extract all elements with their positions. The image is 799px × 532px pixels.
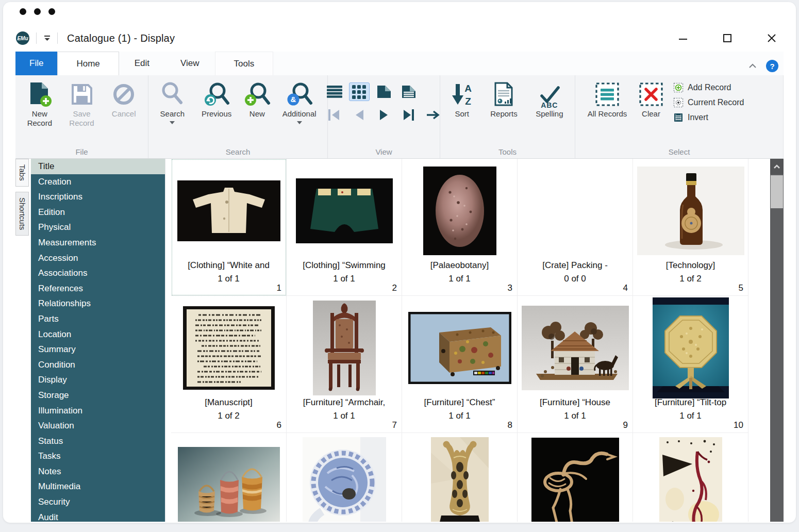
record-index: 1 (277, 283, 281, 293)
first-record-button[interactable] (324, 106, 345, 124)
sidebar-item[interactable]: Title (31, 159, 165, 174)
sidebar-splitter[interactable] (165, 159, 171, 522)
record-cell[interactable] (402, 433, 518, 522)
record-cell[interactable]: [Furniture] “Chest” 1 of 1 8 (402, 296, 518, 433)
sidebar-item[interactable]: Valuation (31, 418, 165, 434)
record-thumbnail (171, 300, 286, 396)
tab-file[interactable]: File (15, 52, 57, 75)
all-records-button[interactable]: All Records (584, 79, 631, 119)
sidebar-item[interactable]: Status (31, 434, 165, 449)
ribbon-group-file: New Record Save Record Cancel File (15, 75, 148, 158)
titlebar: EMu Catalogue (1) - Display (15, 25, 784, 52)
sidebar-item[interactable]: Summary (31, 342, 165, 357)
record-caption: [Crate] Packing - (518, 259, 632, 272)
tab-view[interactable]: View (165, 52, 215, 75)
sidebar-item[interactable]: Security (31, 494, 165, 510)
scrollbar-thumb[interactable] (771, 175, 783, 208)
details-view-icon (402, 85, 416, 98)
record-cell[interactable] (287, 433, 402, 522)
record-cell[interactable] (171, 433, 287, 522)
tab-home[interactable]: Home (57, 52, 119, 75)
scrollbar-up-icon[interactable] (770, 159, 784, 174)
grid-view-button[interactable] (349, 82, 370, 101)
sidebar-item[interactable]: Relationships (31, 296, 165, 311)
clear-button[interactable]: Clear (631, 79, 671, 119)
new-search-button[interactable]: New (241, 79, 273, 119)
record-index: 4 (623, 283, 628, 293)
sidebar-item[interactable]: Location (31, 327, 165, 342)
reports-button[interactable]: Reports (482, 79, 525, 119)
search-button[interactable]: Search (153, 79, 192, 124)
invert-selection-icon (673, 112, 684, 123)
grid-view-icon (352, 85, 366, 99)
last-record-button[interactable] (398, 106, 419, 124)
tab-tools[interactable]: Tools (215, 52, 274, 75)
sidebar-item[interactable]: Audit (31, 510, 165, 522)
titlebar-separator (36, 32, 37, 44)
sidebar-vertical-tab[interactable]: Shortcuts (15, 192, 29, 236)
sidebar-item[interactable]: Inscriptions (31, 189, 165, 205)
sidebar-vertical-tab[interactable]: Tabs (15, 159, 29, 187)
record-cell[interactable]: [Furniture] “Tilt-top 1 of 1 10 (633, 296, 748, 433)
current-record-button[interactable]: Current Record (673, 97, 744, 108)
record-index: 2 (392, 283, 397, 293)
record-index: 6 (277, 420, 281, 430)
window-title: Catalogue (1) - Display (67, 32, 175, 44)
sidebar-item[interactable]: Multimedia (31, 479, 165, 494)
sidebar-item[interactable]: Measurements (31, 235, 165, 251)
sidebar-item[interactable]: Illumination (31, 403, 165, 419)
collapse-ribbon-icon[interactable] (748, 63, 757, 69)
maximize-button[interactable] (720, 30, 735, 46)
record-count: 1 of 2 (633, 272, 748, 286)
next-record-button[interactable] (374, 106, 394, 124)
record-cell[interactable]: [Clothing] “Swimming 1 of 1 2 (287, 159, 402, 296)
sidebar-item[interactable]: Physical (31, 220, 165, 235)
record-index: 9 (623, 420, 628, 430)
record-cell[interactable]: [Manuscript] 1 of 2 6 (171, 296, 287, 433)
sidebar-item[interactable]: Associations (31, 265, 165, 281)
sidebar-item[interactable]: References (31, 281, 165, 296)
record-cell[interactable]: [Furniture] “Armchair, 1 of 1 7 (287, 296, 402, 433)
minimize-button[interactable] (675, 30, 691, 46)
add-record-icon (673, 82, 684, 93)
details-view-button[interactable] (398, 82, 419, 101)
previous-record-button[interactable] (349, 106, 370, 124)
record-caption: [Furniture] “Armchair, (287, 396, 402, 409)
add-record-button[interactable]: Add Record (673, 82, 744, 93)
list-view-button[interactable] (324, 82, 345, 101)
sidebar-item[interactable]: Storage (31, 388, 165, 403)
record-index: 10 (734, 420, 743, 430)
spelling-button[interactable]: ABC Spelling (529, 79, 570, 119)
quick-access-dropdown-icon[interactable] (43, 35, 51, 42)
sort-button[interactable]: A Z Sort (445, 79, 478, 119)
record-cell[interactable]: [Clothing] “White and 1 of 1 1 (171, 159, 287, 296)
sidebar-item[interactable]: Tasks (31, 448, 165, 464)
record-count: 1 of 1 (402, 409, 517, 423)
additional-search-button[interactable]: & Additional (276, 79, 323, 124)
sidebar-item[interactable]: Edition (31, 205, 165, 220)
vertical-scrollbar[interactable] (770, 159, 784, 522)
record-cell[interactable] (633, 433, 748, 522)
sidebar-item[interactable]: Notes (31, 464, 165, 479)
sidebar-item[interactable]: Display (31, 372, 165, 388)
sidebar-item[interactable]: Condition (31, 357, 165, 373)
record-cell[interactable]: [Furniture] “House 1 of 1 9 (518, 296, 633, 433)
record-cell[interactable] (518, 433, 633, 522)
close-button[interactable] (764, 30, 779, 46)
record-cell[interactable]: [Crate] Packing - 0 of 0 4 (518, 159, 633, 296)
record-cell[interactable]: [Technology] 1 of 2 5 (633, 159, 748, 296)
record-cell[interactable]: [Palaeobotany] 1 of 1 3 (402, 159, 518, 296)
invert-selection-button[interactable]: Invert (673, 112, 744, 123)
page-view-button[interactable] (374, 82, 394, 101)
save-record-button[interactable]: Save Record (61, 79, 103, 128)
sidebar-item[interactable]: Creation (31, 174, 165, 190)
record-caption: [Furniture] “House (518, 396, 632, 409)
tab-edit[interactable]: Edit (119, 52, 165, 75)
sidebar-item[interactable]: Accession (31, 251, 165, 266)
sidebar-item[interactable]: Parts (31, 311, 165, 327)
previous-search-button[interactable]: Previous (194, 79, 239, 119)
cancel-button[interactable]: Cancel (103, 79, 145, 119)
help-icon[interactable]: ? (766, 60, 778, 72)
new-record-button[interactable]: New Record (19, 79, 61, 128)
ribbon-tab-row: File Home Edit View Tools ? (15, 52, 784, 75)
